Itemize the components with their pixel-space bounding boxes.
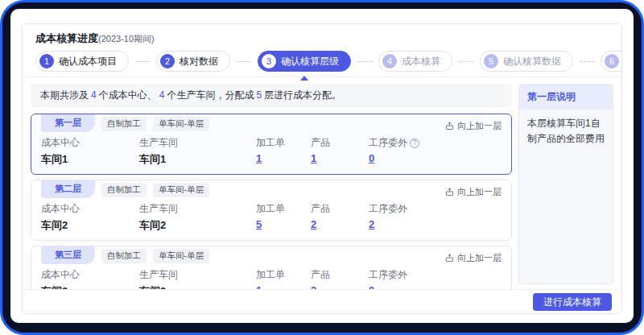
process-type-tag: 自制加工 [101, 183, 147, 197]
add-layer-up-button[interactable]: 向上加一层 [445, 252, 502, 264]
step-connector [357, 61, 372, 62]
add-layer-up-button[interactable]: 向上加一层 [445, 120, 502, 132]
step-2-verify-data[interactable]: 2 核对数据 [156, 51, 230, 72]
outsourcing-link[interactable]: 2 [369, 218, 502, 230]
add-layer-up-label: 向上加一层 [457, 252, 502, 264]
layer-cards-list: 第一层 自制加工 单车间-单层 向上加一层 成本中心 [31, 114, 512, 289]
col-products: 产品 2 [311, 268, 369, 289]
card-columns: 成本中心 车间2 生产车间 车间2 加工单 5 [41, 202, 502, 233]
layer-card-3[interactable]: 第三层 自制加工 单车间-单层 向上加一层 成本中心 [31, 246, 512, 289]
step-connector [237, 61, 251, 62]
step-5-confirm-result-data[interactable]: 5 确认核算数据 [480, 51, 573, 72]
col-workshop: 生产车间 车间2 [139, 202, 256, 233]
layer-description-column: 第一层说明 本层核算车间1自制产品的全部费用 [518, 84, 613, 289]
outsourcing-link[interactable]: 0 [369, 284, 502, 289]
card-columns: 成本中心 车间1 生产车间 车间1 加工单 1 [41, 136, 502, 167]
add-layer-up-icon [445, 122, 454, 130]
add-layer-up-label: 向上加一层 [457, 120, 502, 132]
workshop-count: 4 [159, 89, 165, 101]
col-outsourcing: 工序委外? 0 [369, 136, 502, 167]
step-connector [135, 61, 150, 62]
card-columns: 成本中心 车间3 生产车间 车间3 加工单 1 [41, 268, 502, 289]
step-1-confirm-cost-items[interactable]: 1 确认成本项目 [35, 51, 129, 72]
app-window: 成本核算进度(2023-10期间) 1 确认成本项目 2 核对数据 3 [10, 9, 634, 323]
col-outsourcing: 工序委外 0 [369, 268, 502, 289]
col-process-orders: 加工单 1 [256, 268, 311, 289]
add-layer-up-label: 向上加一层 [457, 186, 502, 198]
step-number: 1 [39, 54, 54, 68]
col-cost-center: 成本中心 车间3 [41, 268, 139, 289]
process-orders-link[interactable]: 1 [256, 284, 311, 289]
step-connector [459, 61, 473, 62]
step-4-cost-accounting[interactable]: 4 成本核算 [378, 51, 452, 72]
process-orders-link[interactable]: 1 [256, 152, 311, 164]
layers-column: 本期共涉及4个成本中心、4个生产车间，分配成5层进行成本分配。 第一层 自制加工… [31, 84, 512, 289]
products-link[interactable]: 2 [311, 284, 369, 289]
step-label: 确认核算层级 [281, 55, 339, 68]
layer-description-body: 本层核算车间1自制产品的全部费用 [519, 110, 613, 152]
structure-type-tag: 单车间-单层 [153, 249, 209, 263]
panel-header: 成本核算进度(2023-10期间) 1 确认成本项目 2 核对数据 3 [23, 24, 621, 77]
layer-card-1[interactable]: 第一层 自制加工 单车间-单层 向上加一层 成本中心 [31, 114, 512, 175]
cost-center-count: 4 [91, 89, 97, 101]
panel-footer: 进行成本核算 [23, 289, 621, 313]
summary-text: 本期共涉及 [40, 89, 89, 101]
products-link[interactable]: 1 [311, 152, 369, 164]
col-cost-center: 成本中心 车间1 [41, 136, 139, 167]
content-area: 本期共涉及4个成本中心、4个生产车间，分配成5层进行成本分配。 第一层 自制加工… [23, 77, 621, 289]
layer-description-panel: 第一层说明 本层核算车间1自制产品的全部费用 [518, 84, 613, 284]
layer-description-title: 第一层说明 [519, 85, 613, 110]
process-type-tag: 自制加工 [101, 117, 147, 131]
process-orders-link[interactable]: 5 [256, 218, 311, 230]
step-label: 核对数据 [180, 55, 218, 68]
period-summary: 本期共涉及4个成本中心、4个生产车间，分配成5层进行成本分配。 [31, 84, 512, 107]
col-cost-center: 成本中心 车间2 [41, 202, 139, 233]
process-type-tag: 自制加工 [101, 249, 147, 263]
step-label: 成本核算 [402, 55, 440, 68]
period-text: (2023-10期间) [98, 34, 155, 43]
products-link[interactable]: 2 [311, 218, 369, 230]
progress-stepper: 1 确认成本项目 2 核对数据 3 确认核算层级 4 [35, 51, 609, 72]
card-tag-row: 第二层 自制加工 单车间-单层 [41, 180, 502, 198]
layer-name-tag: 第三层 [41, 246, 95, 264]
col-process-orders: 加工单 5 [256, 202, 311, 233]
layer-count: 5 [256, 89, 262, 101]
layer-card-2[interactable]: 第二层 自制加工 单车间-单层 向上加一层 成本中心 [31, 180, 512, 241]
title-text: 成本核算进度 [35, 32, 98, 44]
summary-text: 层进行成本分配。 [264, 89, 341, 101]
cost-accounting-panel: 成本核算进度(2023-10期间) 1 确认成本项目 2 核对数据 3 [22, 23, 622, 314]
browser-frame: 成本核算进度(2023-10期间) 1 确认成本项目 2 核对数据 3 [0, 0, 644, 335]
step-3-confirm-levels[interactable]: 3 确认核算层级 [258, 51, 351, 72]
step-label: 确认成本项目 [59, 55, 117, 68]
step-6-view-results[interactable]: 6 查看核算结果 [601, 51, 622, 72]
page-title: 成本核算进度(2023-10期间) [35, 31, 609, 46]
add-layer-up-icon [445, 254, 454, 263]
help-icon[interactable]: ? [410, 139, 419, 148]
run-cost-accounting-button[interactable]: 进行成本核算 [533, 293, 612, 311]
structure-type-tag: 单车间-单层 [153, 183, 209, 197]
add-layer-up-button[interactable]: 向上加一层 [445, 186, 502, 198]
col-outsourcing: 工序委外 2 [369, 202, 502, 233]
step-number: 5 [484, 54, 498, 68]
layer-name-tag: 第一层 [41, 114, 95, 132]
card-tag-row: 第三层 自制加工 单车间-单层 [41, 246, 502, 264]
step-label: 确认核算数据 [503, 55, 561, 68]
summary-text: 个成本中心、 [99, 89, 157, 101]
summary-text: 个生产车间，分配成 [167, 89, 254, 101]
outsourcing-link[interactable]: 0 [369, 152, 502, 164]
step-connector [580, 61, 594, 62]
col-products: 产品 2 [311, 202, 369, 233]
step-number: 2 [160, 54, 175, 68]
step-number: 6 [605, 54, 619, 68]
layer-name-tag: 第二层 [41, 180, 95, 198]
col-process-orders: 加工单 1 [256, 136, 311, 167]
col-products: 产品 1 [311, 136, 369, 167]
step-number: 3 [262, 54, 276, 68]
col-workshop: 生产车间 车间3 [139, 268, 256, 289]
col-workshop: 生产车间 车间1 [139, 136, 256, 167]
structure-type-tag: 单车间-单层 [153, 117, 209, 131]
step-number: 4 [382, 54, 397, 68]
card-tag-row: 第一层 自制加工 单车间-单层 [41, 114, 502, 132]
add-layer-up-icon [445, 188, 454, 196]
